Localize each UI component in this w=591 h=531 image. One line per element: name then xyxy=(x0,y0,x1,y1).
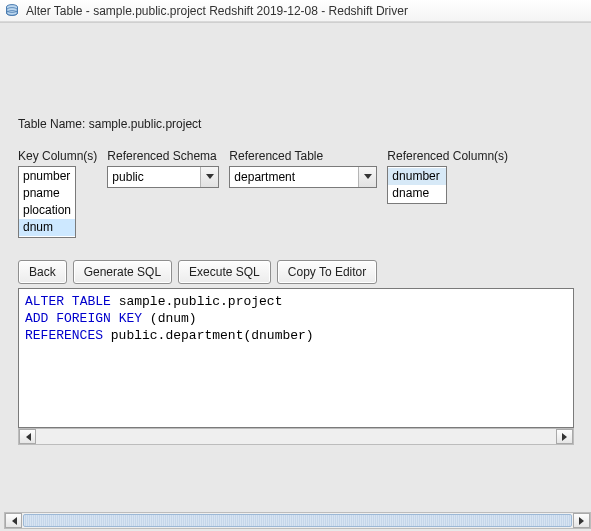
table-name-value: sample.public.project xyxy=(89,117,202,131)
sql-text: sample.public.project xyxy=(111,294,283,309)
svg-marker-3 xyxy=(206,174,214,179)
sql-text: public.department(dnumber) xyxy=(103,328,314,343)
chevron-down-icon[interactable] xyxy=(200,167,218,187)
key-columns-header: Key Column(s) xyxy=(18,149,97,163)
ref-columns-list[interactable]: dnumber dname xyxy=(387,166,447,204)
key-columns-list[interactable]: pnumber pname plocation dnum xyxy=(18,166,76,238)
generate-sql-button[interactable]: Generate SQL xyxy=(73,260,172,284)
inner-panel: Table Name: sample.public.project Key Co… xyxy=(4,25,591,531)
scroll-left-arrow-icon[interactable] xyxy=(19,429,36,444)
window-title: Alter Table - sample.public.project Reds… xyxy=(26,4,408,18)
key-columns-col: Key Column(s) pnumber pname plocation dn… xyxy=(18,149,97,238)
ref-schema-col: Referenced Schema public xyxy=(107,149,219,188)
sql-text: (dnum) xyxy=(142,311,197,326)
back-button[interactable]: Back xyxy=(18,260,67,284)
list-item[interactable]: pnumber xyxy=(19,168,75,185)
panel-horizontal-scrollbar[interactable] xyxy=(4,512,591,529)
list-item[interactable]: dname xyxy=(388,185,446,202)
table-name-label: Table Name: xyxy=(18,117,89,131)
columns-row: Key Column(s) pnumber pname plocation dn… xyxy=(18,149,577,238)
sql-keyword: KEY xyxy=(119,311,142,326)
list-item[interactable]: pname xyxy=(19,185,75,202)
list-item[interactable]: plocation xyxy=(19,202,75,219)
list-item[interactable]: dnumber xyxy=(388,168,446,185)
sql-keyword: TABLE xyxy=(72,294,111,309)
sql-keyword: FOREIGN xyxy=(56,311,111,326)
scroll-right-arrow-icon[interactable] xyxy=(573,513,590,528)
copy-to-editor-button[interactable]: Copy To Editor xyxy=(277,260,378,284)
sql-keyword: REFERENCES xyxy=(25,328,103,343)
scrollbar-thumb[interactable] xyxy=(23,514,572,527)
sql-keyword: ALTER xyxy=(25,294,64,309)
ref-schema-combo[interactable]: public xyxy=(107,166,219,188)
ref-table-header: Referenced Table xyxy=(229,149,377,163)
svg-marker-8 xyxy=(579,517,584,525)
list-item[interactable]: dnum xyxy=(19,219,75,236)
svg-marker-6 xyxy=(562,433,567,441)
ref-schema-value: public xyxy=(108,167,200,187)
sql-preview[interactable]: ALTER TABLE sample.public.project ADD FO… xyxy=(18,288,574,428)
chevron-down-icon[interactable] xyxy=(358,167,376,187)
work-area: Table Name: sample.public.project Key Co… xyxy=(0,22,591,531)
table-name-row: Table Name: sample.public.project xyxy=(18,117,577,131)
database-icon xyxy=(4,3,20,19)
execute-sql-button[interactable]: Execute SQL xyxy=(178,260,271,284)
sql-horizontal-scrollbar[interactable] xyxy=(18,428,574,445)
ref-columns-header: Referenced Column(s) xyxy=(387,149,508,163)
svg-marker-7 xyxy=(12,517,17,525)
title-bar: Alter Table - sample.public.project Reds… xyxy=(0,0,591,22)
scroll-right-arrow-icon[interactable] xyxy=(556,429,573,444)
ref-table-col: Referenced Table department xyxy=(229,149,377,188)
scroll-left-arrow-icon[interactable] xyxy=(5,513,22,528)
ref-columns-col: Referenced Column(s) dnumber dname xyxy=(387,149,508,204)
svg-marker-4 xyxy=(364,174,372,179)
ref-table-combo[interactable]: department xyxy=(229,166,377,188)
svg-marker-5 xyxy=(26,433,31,441)
sql-keyword: ADD xyxy=(25,311,48,326)
buttons-row: Back Generate SQL Execute SQL Copy To Ed… xyxy=(18,260,577,284)
ref-table-value: department xyxy=(230,167,358,187)
ref-schema-header: Referenced Schema xyxy=(107,149,219,163)
